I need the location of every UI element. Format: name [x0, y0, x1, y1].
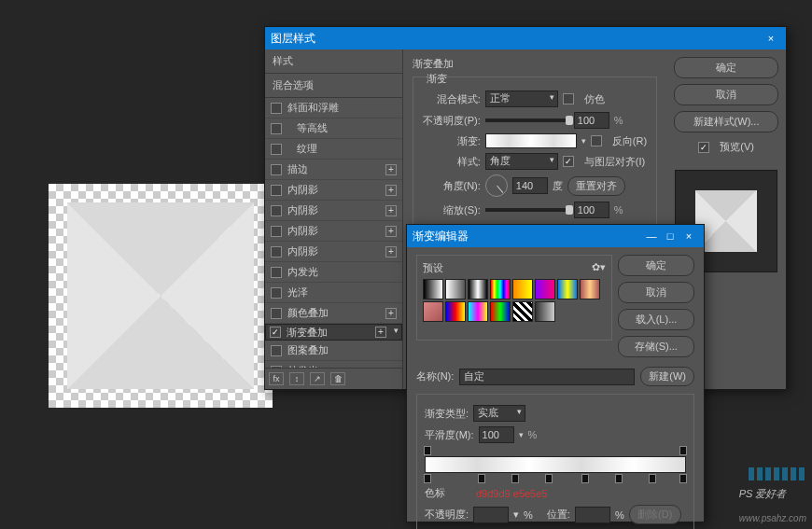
footer-icon-2[interactable]: ↗: [310, 372, 325, 385]
dither-checkbox[interactable]: [563, 93, 574, 104]
style-label: 等高线: [287, 121, 397, 135]
scale-slider[interactable]: [485, 208, 569, 212]
color-stop[interactable]: [581, 474, 589, 483]
cancel-button[interactable]: 取消: [618, 282, 694, 303]
preset-swatch-5[interactable]: [535, 279, 555, 299]
style-checkbox[interactable]: [271, 123, 282, 134]
close-icon[interactable]: ×: [679, 230, 698, 242]
color-stop[interactable]: [615, 474, 623, 483]
maximize-icon[interactable]: □: [661, 230, 679, 242]
gradient-bar[interactable]: [425, 456, 686, 473]
opacity-stop[interactable]: [679, 446, 687, 455]
cancel-button[interactable]: 取消: [674, 84, 778, 105]
preset-swatch-0[interactable]: [423, 279, 443, 299]
color-stop[interactable]: [649, 474, 656, 483]
style-checkbox[interactable]: [271, 205, 282, 216]
style-checkbox[interactable]: [271, 185, 282, 196]
close-icon[interactable]: ×: [762, 33, 780, 44]
preset-swatch-9[interactable]: [445, 301, 466, 322]
style-item-12[interactable]: 图案叠加: [265, 341, 402, 361]
angle-dial[interactable]: [485, 174, 508, 197]
style-item-10[interactable]: 颜色叠加 +: [265, 303, 402, 324]
style-checkbox[interactable]: [271, 144, 282, 155]
add-effect-icon[interactable]: +: [385, 185, 397, 196]
reset-align-button[interactable]: 重置对齐: [567, 176, 625, 196]
preset-swatch-7[interactable]: [580, 279, 600, 299]
style-checkbox[interactable]: [270, 327, 281, 338]
style-item-7[interactable]: 内阴影 +: [265, 242, 402, 262]
preset-swatch-11[interactable]: [490, 301, 511, 322]
add-effect-icon[interactable]: +: [385, 205, 397, 216]
style-select[interactable]: 角度: [485, 153, 558, 170]
blend-options-header[interactable]: 混合选项: [265, 74, 402, 98]
style-item-11[interactable]: 渐变叠加 +: [265, 324, 402, 341]
add-effect-icon[interactable]: +: [385, 164, 397, 175]
layer-style-titlebar[interactable]: 图层样式 ×: [265, 27, 786, 49]
style-item-0[interactable]: 斜面和浮雕: [265, 98, 402, 118]
preset-swatch-10[interactable]: [468, 301, 488, 322]
styles-header[interactable]: 样式: [265, 49, 402, 74]
color-stop[interactable]: [545, 474, 553, 483]
style-label: 渐变叠加: [287, 326, 375, 340]
style-checkbox[interactable]: [271, 164, 282, 175]
footer-icon-1[interactable]: ↕: [289, 372, 304, 385]
reverse-checkbox[interactable]: [591, 135, 602, 146]
style-checkbox[interactable]: [271, 246, 282, 258]
preset-swatch-4[interactable]: [512, 279, 533, 299]
preview-checkbox[interactable]: [698, 142, 709, 153]
opacity-stop[interactable]: [424, 446, 431, 455]
style-checkbox[interactable]: [271, 103, 282, 114]
style-item-1[interactable]: 等高线: [265, 118, 402, 139]
angle-input[interactable]: [512, 177, 548, 194]
style-item-9[interactable]: 光泽: [265, 283, 402, 303]
minimize-icon[interactable]: —: [642, 230, 661, 242]
new-style-button[interactable]: 新建样式(W)...: [674, 111, 778, 132]
preview-label: 预览(V): [720, 140, 754, 154]
scale-input[interactable]: [574, 202, 609, 218]
style-checkbox[interactable]: [271, 226, 282, 237]
color-stop[interactable]: [679, 474, 687, 483]
ok-button[interactable]: 确定: [674, 57, 778, 78]
preset-swatch-13[interactable]: [535, 301, 555, 322]
style-item-2[interactable]: 纹理: [265, 139, 402, 160]
add-effect-icon[interactable]: +: [375, 327, 386, 338]
blend-mode-select[interactable]: 正常: [485, 90, 558, 107]
gradient-preview[interactable]: [485, 133, 577, 148]
add-effect-icon[interactable]: +: [385, 308, 397, 319]
add-effect-icon[interactable]: +: [385, 226, 397, 237]
preset-swatch-8[interactable]: [423, 301, 443, 322]
add-effect-icon[interactable]: +: [385, 246, 397, 258]
presets-gear-icon[interactable]: ✿▾: [592, 261, 606, 275]
preset-swatch-2[interactable]: [468, 279, 488, 299]
gradient-name-input[interactable]: [459, 369, 635, 385]
style-item-4[interactable]: 内阴影 +: [265, 180, 402, 201]
style-checkbox[interactable]: [271, 287, 282, 299]
opacity-slider[interactable]: [485, 118, 569, 122]
preset-swatch-6[interactable]: [557, 279, 578, 299]
style-item-6[interactable]: 内阴影 +: [265, 221, 402, 242]
footer-icon-0[interactable]: fx: [269, 372, 284, 385]
color-stop[interactable]: [478, 474, 485, 483]
style-item-5[interactable]: 内阴影 +: [265, 201, 402, 221]
gradient-editor-titlebar[interactable]: 渐变编辑器 — □ ×: [407, 225, 704, 247]
load-button[interactable]: 载入(L)...: [618, 309, 694, 330]
style-item-13[interactable]: 外发光: [265, 361, 402, 368]
style-item-8[interactable]: 内发光: [265, 262, 402, 283]
smoothness-input[interactable]: [479, 426, 514, 443]
preset-swatch-3[interactable]: [490, 279, 511, 299]
style-checkbox[interactable]: [271, 267, 282, 278]
preset-swatch-12[interactable]: [512, 301, 533, 322]
preset-swatch-1[interactable]: [445, 279, 466, 299]
footer-icon-3[interactable]: 🗑: [330, 372, 345, 385]
new-gradient-button[interactable]: 新建(W): [640, 367, 694, 386]
align-checkbox[interactable]: [563, 156, 574, 167]
ok-button[interactable]: 确定: [618, 255, 694, 276]
opacity-input[interactable]: [574, 112, 609, 129]
color-stop[interactable]: [511, 474, 519, 483]
style-item-3[interactable]: 描边 +: [265, 160, 402, 180]
gradient-type-select[interactable]: 实底: [473, 405, 525, 422]
style-checkbox[interactable]: [271, 345, 282, 356]
save-button[interactable]: 存储(S)...: [618, 336, 694, 357]
style-checkbox[interactable]: [271, 308, 282, 319]
color-stop[interactable]: [424, 474, 431, 483]
